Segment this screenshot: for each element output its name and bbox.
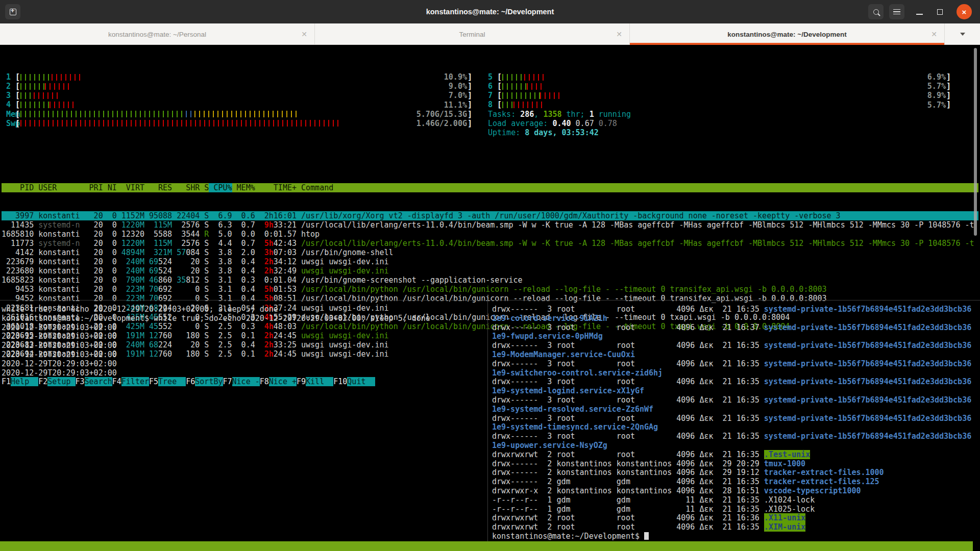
fkey-tree[interactable]: F5 <box>149 377 158 386</box>
fkey-label[interactable]: Filter <box>121 377 149 386</box>
meter-bracket: ] <box>468 72 472 82</box>
fkey-label[interactable]: Kill <box>306 377 333 386</box>
shell-pane-right[interactable]: drwx------ 3 root root 4096 Δεκ 21 16:35… <box>492 305 977 541</box>
meter-bracket: [ <box>497 91 502 100</box>
meter-bar: 8.9% <box>502 92 946 99</box>
htop-meters-right: 5 [6.9%]6 [5.7%]7 [8.9%]8 [5.7%]Tasks: 2… <box>483 72 951 137</box>
process-row-1685823[interactable]: 1685823 konstanti 20 0 790M 46860 35812 … <box>2 276 978 285</box>
ls-name-continued: 1e9-fwupd.service-0pHMdg <box>492 332 603 341</box>
meter-bracket: ] <box>468 100 472 109</box>
meter-4: 4 [11.1%] <box>2 100 472 109</box>
meter-mem: Mem[5.70G/15.3G] <box>2 110 472 119</box>
tab-development[interactable]: konstantinos@mate: ~/Development ✕ <box>630 23 945 45</box>
cell-time-hours: 3h <box>264 248 274 257</box>
process-row-9453[interactable]: 9453 konstanti 20 0 223M 70692 0 S 3.1 0… <box>2 285 978 294</box>
tab-bar: konstantinos@mate: ~/Personal ✕ Terminal… <box>0 23 980 45</box>
tab-terminal[interactable]: Terminal ✕ <box>315 23 630 45</box>
process-row-11773[interactable]: 11773 systemd-n 20 0 1220M 115M 2576 S 4… <box>2 239 978 248</box>
tab-personal[interactable]: konstantinos@mate: ~/Personal ✕ <box>0 23 315 45</box>
htop-table-header[interactable]: PID USER PRI NI VIRT RES SHR S CPU% MEM%… <box>2 183 978 192</box>
ls-row: drwx------ 3 root root 4096 Δεκ 21 16:35… <box>492 341 977 350</box>
ls-name-wrap: 1e9-upower.service-NsyOZg <box>492 441 977 450</box>
cell-res-hi: 46 <box>149 276 158 285</box>
cell-ni: 0 <box>103 230 117 239</box>
ls-row: drwxrwxr-x 2 konstantinos konstantinos 4… <box>492 487 977 496</box>
cell-pid: 11435 <box>2 220 38 230</box>
tab-label: konstantinos@mate: ~/Development <box>727 31 846 38</box>
meter-bracket: ] <box>468 119 472 128</box>
terminal-area[interactable]: 1 [10.9%]2 [9.0%]3 [7.0%]4 [11.1%]Mem[5.… <box>0 45 980 551</box>
cell-state: S <box>200 211 209 220</box>
cell-user: konstanti <box>38 266 84 276</box>
cell-shr: 20 <box>190 266 200 276</box>
ls-name-wrap: 1e9-systemd-timesyncd.service-2QnGAg <box>492 423 977 432</box>
tab-close-icon[interactable]: ✕ <box>299 29 309 39</box>
search-button[interactable] <box>868 4 884 19</box>
fkey-setup[interactable]: F2 <box>38 377 47 386</box>
htop-meters-left: 1 [10.9%]2 [9.0%]3 [7.0%]4 [11.1%]Mem[5.… <box>2 72 472 128</box>
cell-shr: 0 <box>195 294 200 303</box>
process-row-9452[interactable]: 9452 konstanti 20 0 223M 70692 0 S 3.1 0… <box>2 294 978 303</box>
cell-pri: 20 <box>85 230 103 239</box>
fkey-search[interactable]: F3 <box>76 377 85 386</box>
process-row-11435[interactable]: 11435 systemd-n 20 0 1220M 115M 2576 S 6… <box>2 220 978 230</box>
fkey-nice[interactable]: F8 <box>260 377 269 386</box>
fkey-label[interactable]: Setup <box>47 377 75 386</box>
fkey-label[interactable]: Search <box>85 377 112 386</box>
fkey-label[interactable]: SortBy <box>195 377 223 386</box>
cell-virt: 790M <box>117 276 144 285</box>
fkey-sortby[interactable]: F6 <box>186 377 195 386</box>
ls-row: drwxrwxrwt 2 root root 4096 Δεκ 21 16:35… <box>492 450 977 460</box>
ls-row: drwxrwxrwt 2 root root 4096 Δεκ 21 16:36… <box>492 514 977 523</box>
ls-meta: drwx------ 2 konstantinos konstantinos 4… <box>492 468 764 477</box>
shell-prompt-line[interactable]: konstantinos@mate:~/Development$ <box>492 532 977 541</box>
fkey-label[interactable]: Quit <box>347 377 375 386</box>
styled-text: running <box>594 110 631 119</box>
close-button[interactable]: × <box>957 4 972 19</box>
cell-mem: 0.7 <box>232 220 255 230</box>
meter-label: 8 <box>483 100 497 109</box>
process-row-1685810[interactable]: 1685810 konstanti 20 0 12320 5588 3544 R… <box>2 230 978 239</box>
meter-bracket: [ <box>15 82 20 91</box>
ls-name-continued: 1e9-ModemManager.service-CuuOxi <box>492 350 635 359</box>
cell-time-pad <box>255 285 264 294</box>
fkey-label[interactable]: Nice - <box>232 377 260 386</box>
tmux-vertical-border[interactable] <box>487 300 488 541</box>
cell-state: R <box>200 230 209 239</box>
cell-cpu: 3.1 <box>209 276 232 285</box>
fkey-nice[interactable]: F7 <box>223 377 232 386</box>
ls-name-continued: 1e9-colord.service-9iAZ1h <box>492 314 607 323</box>
meter-8: 8 [5.7%] <box>483 100 951 109</box>
ls-name: tmux-1000 <box>764 459 805 468</box>
tab-list-dropdown[interactable] <box>945 23 980 44</box>
meter-bar: 11.1% <box>20 102 467 108</box>
cell-shr-pad <box>172 285 195 294</box>
cell-res-pad <box>144 239 154 248</box>
cell-time: 0:01.57 <box>264 230 297 239</box>
tab-close-icon[interactable]: ✕ <box>929 29 939 39</box>
scrollbar-thumb[interactable] <box>974 48 977 236</box>
cell-mem: 0.4 <box>232 257 255 266</box>
fkey-label[interactable]: Tree <box>158 377 186 386</box>
cell-pid: 11773 <box>2 239 38 248</box>
process-row-3997[interactable]: 3997 konstanti 20 0 1152M 95088 22404 S … <box>2 211 978 220</box>
maximize-icon <box>937 9 943 15</box>
fkey-quit[interactable]: F10 <box>333 377 347 386</box>
minimize-button[interactable] <box>912 4 927 19</box>
tab-close-icon[interactable]: ✕ <box>614 29 624 39</box>
menu-button[interactable] <box>889 4 904 19</box>
ls-row: drwx------ 3 root root 4096 Δεκ 21 16:37… <box>492 323 977 333</box>
shell-pane-left[interactable]: while true; do echo 2020-12-29T20:29:03+… <box>2 305 485 378</box>
process-row-223680[interactable]: 223680 konstanti 20 0 240M 69524 20 S 3.… <box>2 266 978 276</box>
process-row-4142[interactable]: 4142 konstanti 20 0 4894M 321M 57084 S 3… <box>2 248 978 257</box>
maximize-button[interactable] <box>932 4 947 19</box>
cell-time-pad <box>255 266 264 276</box>
fkey-label[interactable]: Nice + <box>269 377 297 386</box>
ls-row: -r--r--r-- 1 gdm gdm 11 Δεκ 21 16:35 .X1… <box>492 505 977 514</box>
fkey-label[interactable]: Help <box>11 377 38 386</box>
fkey-help[interactable]: F1 <box>2 377 11 386</box>
process-row-223679[interactable]: 223679 konstanti 20 0 240M 69524 20 S 3.… <box>2 257 978 266</box>
fkey-filter[interactable]: F4 <box>112 377 121 386</box>
ls-name: tracker-extract-files.125 <box>764 477 879 486</box>
fkey-kill[interactable]: F9 <box>297 377 306 386</box>
